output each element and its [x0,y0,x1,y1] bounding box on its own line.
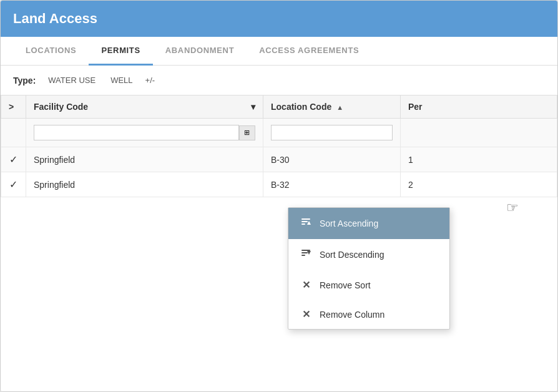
facility-filter-btn[interactable]: ⊞ [239,125,255,140]
facility-filter-input[interactable] [34,125,239,140]
svg-rect-4 [301,250,310,251]
type-plus-minus[interactable]: +/- [145,76,155,85]
tab-abandonment[interactable]: ABANDONMENT [153,37,247,66]
row1-location: B-30 [263,147,401,172]
tab-access-agreements[interactable]: ACCESS AGREEMENTS [247,37,371,66]
remove-column-item[interactable]: ✕ Remove Column [288,300,449,329]
location-code-column-header[interactable]: Location Code ▲ [263,96,401,119]
location-code-label: Location Code [271,102,331,112]
type-filter-row: Type: WATER USE WELL +/- [1,66,557,95]
type-badge-well[interactable]: WELL [108,74,135,86]
facility-filter-cell: ⊞ [26,119,263,147]
svg-rect-2 [301,223,305,225]
expand-filter-cell [1,119,26,147]
type-label: Type: [13,76,36,86]
row1-facility: Springfield [26,147,263,172]
cursor-hand-icon: ☞ [506,200,519,216]
app-window: Land Access LOCATIONS PERMITS ABANDONMEN… [0,0,558,392]
column-sort-dropdown: Sort Ascending Sort Descending ✕ Remove … [288,207,450,330]
filter-icon: ⊞ [244,129,250,137]
row2-facility: Springfield [26,172,263,197]
row1-per: 1 [401,147,557,172]
svg-rect-5 [301,252,308,253]
location-filter-input[interactable] [271,125,393,140]
sort-descending-icon [300,248,312,262]
per-filter-cell [401,119,557,147]
sort-descending-label: Sort Descending [320,250,384,260]
facility-code-column-header[interactable]: Facility Code ▾ [26,96,263,119]
remove-column-icon: ✕ [300,308,312,320]
facility-code-label: Facility Code [34,102,88,112]
location-sort-arrow: ▲ [336,104,343,111]
location-filter-cell [263,119,401,147]
remove-sort-label: Remove Sort [320,280,371,290]
row2-per: 2 [401,172,557,197]
tab-permits[interactable]: PERMITS [89,37,152,66]
svg-rect-1 [301,221,308,222]
data-table: > Facility Code ▾ Location Code ▲ Per [1,95,557,197]
row2-check: ✓ [1,172,26,197]
tab-locations[interactable]: LOCATIONS [13,37,89,66]
sort-ascending-item[interactable]: Sort Ascending [288,208,449,239]
app-header: Land Access [1,1,557,37]
app-title: Land Access [13,11,97,26]
table-row: ✓ Springfield B-32 2 [1,172,557,197]
facility-sort-arrow[interactable]: ▾ [251,102,255,112]
table-row: ✓ Springfield B-30 1 [1,147,557,172]
row2-location: B-32 [263,172,401,197]
sort-ascending-icon [300,217,312,230]
table-area: > Facility Code ▾ Location Code ▲ Per [1,95,557,391]
svg-rect-0 [301,218,310,220]
remove-sort-icon: ✕ [300,279,312,291]
sort-ascending-label: Sort Ascending [320,218,378,228]
row1-check: ✓ [1,147,26,172]
expand-column-header[interactable]: > [1,96,26,119]
per-column-header: Per [401,96,557,119]
remove-sort-item[interactable]: ✕ Remove Sort [288,270,449,300]
sort-descending-item[interactable]: Sort Descending [288,239,449,270]
type-badge-water-use[interactable]: WATER USE [46,74,98,86]
remove-column-label: Remove Column [320,310,384,320]
svg-rect-6 [301,255,305,256]
tabs-bar: LOCATIONS PERMITS ABANDONMENT ACCESS AGR… [1,37,557,66]
